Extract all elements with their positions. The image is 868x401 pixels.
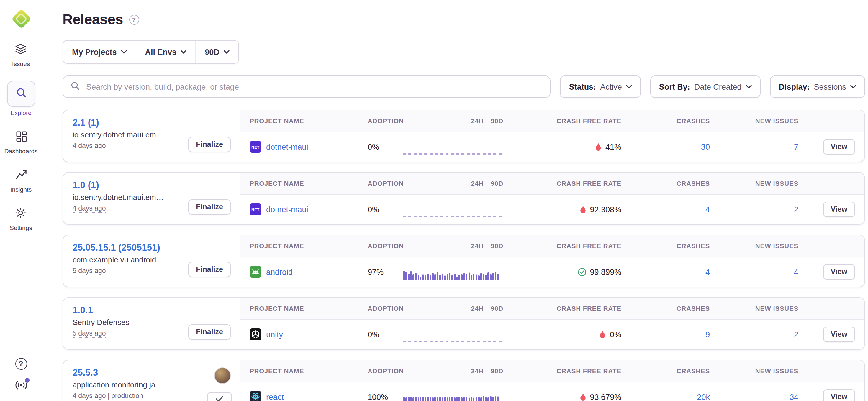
crashes-link[interactable]: 4 xyxy=(706,267,710,276)
sort-by-dropdown[interactable]: Sort By: Date Created xyxy=(650,75,761,98)
sidebar: Issues Explore xyxy=(0,0,42,401)
release-health-table: PROJECT NAME ADOPTION 24H 90D CRASH FREE… xyxy=(240,235,864,287)
view-button[interactable]: View xyxy=(823,264,855,279)
release-package: io.sentry.dotnet.maui.em… xyxy=(72,193,178,202)
release-package: Sentry Defenses xyxy=(72,318,178,327)
column-header-chart-range: 24H 90D xyxy=(403,367,503,374)
releases-help-icon[interactable]: ? xyxy=(129,14,139,25)
view-cell: View xyxy=(798,327,855,342)
date-range-filter-dropdown[interactable]: 90D xyxy=(195,41,238,63)
chevron-down-icon xyxy=(181,50,186,54)
finalize-button[interactable]: Finalize xyxy=(188,137,231,152)
new-issues-link[interactable]: 7 xyxy=(794,142,798,151)
issues-icon xyxy=(14,42,27,58)
sidebar-item-explore[interactable]: Explore xyxy=(7,81,35,116)
crashes-link[interactable]: 30 xyxy=(701,142,710,151)
toolbar: Status: Active Sort By: Date Created Dis… xyxy=(63,75,865,98)
project-cell: NET dotnet-maui xyxy=(250,141,368,153)
environments-filter-dropdown[interactable]: All Envs xyxy=(136,41,196,63)
insights-icon xyxy=(14,168,27,183)
column-header-crashes: CRASHES xyxy=(621,305,710,312)
new-issues-cell: 2 xyxy=(710,330,798,339)
release-table-row: NET dotnet-maui 0% xyxy=(240,132,864,162)
gear-icon xyxy=(14,206,27,222)
help-icon[interactable]: ? xyxy=(15,358,27,370)
dotnet-platform-icon: NET xyxy=(250,203,261,215)
project-link[interactable]: android xyxy=(266,267,293,276)
release-health-table: PROJECT NAME ADOPTION 24H 90D CRASH FREE… xyxy=(240,360,864,401)
sidebar-item-settings[interactable]: Settings xyxy=(10,206,32,231)
dotnet-platform-icon: NET xyxy=(250,141,261,153)
projects-filter-label: My Projects xyxy=(72,47,117,56)
project-link[interactable]: unity xyxy=(266,330,283,339)
status-dropdown[interactable]: Status: Active xyxy=(560,75,641,98)
release-meta: 1.0.1 Sentry Defenses 5 days ago Finaliz… xyxy=(63,298,240,349)
release-table-header: PROJECT NAME ADOPTION 24H 90D CRASH FREE… xyxy=(240,110,864,132)
sentry-org-logo[interactable] xyxy=(9,7,33,31)
column-header-24h: 24H xyxy=(471,242,484,249)
release-card: 1.0.1 Sentry Defenses 5 days ago Finaliz… xyxy=(63,297,865,350)
new-issues-link[interactable]: 4 xyxy=(794,267,798,276)
chevron-down-icon xyxy=(746,85,751,89)
healthy-check-icon xyxy=(578,267,586,276)
finalize-button[interactable]: Finalize xyxy=(188,199,231,215)
column-header-chart-range: 24H 90D xyxy=(403,180,503,187)
adoption-chart xyxy=(403,153,503,155)
sidebar-item-issues[interactable]: Issues xyxy=(12,42,30,67)
finalize-button[interactable]: Finalize xyxy=(188,262,231,277)
new-issues-link[interactable]: 34 xyxy=(789,393,798,401)
view-button[interactable]: View xyxy=(823,139,855,155)
release-version-link[interactable]: 1.0 (1) xyxy=(72,180,99,191)
release-meta: 25.5.3 application.monitoring.ja… 4 days… xyxy=(63,360,240,401)
column-header-90d: 90D xyxy=(491,242,503,249)
resolved-check-button[interactable] xyxy=(207,392,232,401)
crashes-link[interactable]: 20k xyxy=(697,393,710,401)
project-link[interactable]: dotnet-maui xyxy=(266,142,308,151)
display-dropdown[interactable]: Display: Sessions xyxy=(770,75,865,98)
crashes-link[interactable]: 9 xyxy=(706,330,710,339)
new-issues-link[interactable]: 2 xyxy=(794,205,798,214)
column-header-chart-range: 24H 90D xyxy=(403,118,503,125)
adoption-chart xyxy=(403,271,503,279)
finalize-button[interactable]: Finalize xyxy=(188,324,231,340)
adoption-chart-cell xyxy=(403,257,503,287)
release-version-link[interactable]: 25.5.3 xyxy=(72,367,98,378)
search-input[interactable] xyxy=(85,82,542,92)
column-header-adoption: ADOPTION xyxy=(368,180,403,187)
release-version-link[interactable]: 1.0.1 xyxy=(72,305,93,315)
view-button[interactable]: View xyxy=(823,327,855,342)
view-button[interactable]: View xyxy=(823,202,855,217)
release-table-row: NET android 97% xyxy=(240,257,864,287)
column-header-new-issues: NEW ISSUES xyxy=(710,118,798,125)
column-header-project-name: PROJECT NAME xyxy=(250,367,368,374)
release-version-link[interactable]: 25.05.15.1 (2505151) xyxy=(72,242,160,253)
project-link[interactable]: react xyxy=(266,393,284,401)
column-header-crash-free-rate: CRASH FREE RATE xyxy=(503,118,621,125)
notification-dot xyxy=(24,377,30,383)
sidebar-item-label: Explore xyxy=(10,109,31,116)
new-issues-link[interactable]: 2 xyxy=(794,330,798,339)
whats-new-broadcast-icon[interactable] xyxy=(14,378,28,394)
sidebar-item-insights[interactable]: Insights xyxy=(10,168,32,193)
release-version-link[interactable]: 2.1 (1) xyxy=(72,118,99,128)
projects-filter-dropdown[interactable]: My Projects xyxy=(63,41,136,63)
column-header-crashes: CRASHES xyxy=(621,367,710,374)
view-cell: View xyxy=(798,202,855,217)
column-header-crash-free-rate: CRASH FREE RATE xyxy=(503,242,621,249)
status-label: Status: xyxy=(569,82,596,91)
sort-by-value: Date Created xyxy=(694,82,742,91)
column-header-adoption: ADOPTION xyxy=(368,118,403,125)
project-link[interactable]: dotnet-maui xyxy=(266,205,308,214)
crashes-link[interactable]: 4 xyxy=(706,205,710,214)
view-button[interactable]: View xyxy=(823,389,855,401)
crashes-cell: 30 xyxy=(621,142,710,151)
column-header-crashes: CRASHES xyxy=(621,242,710,249)
sidebar-item-dashboards[interactable]: Dashboards xyxy=(4,130,37,155)
release-timestamp: 5 days ago xyxy=(72,267,106,275)
column-header-24h: 24H xyxy=(471,367,484,374)
release-timestamp: 4 days ago xyxy=(72,142,106,151)
release-table-row: NET dotnet-maui 0% xyxy=(240,195,864,224)
adoption-value: 100% xyxy=(368,393,403,401)
release-table-row: NET unity 0% xyxy=(240,320,864,349)
column-header-24h: 24H xyxy=(471,180,484,187)
